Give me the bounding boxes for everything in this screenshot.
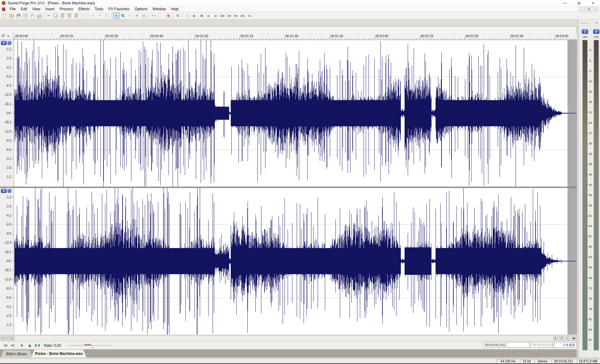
loop-playback-button[interactable]: ↻ (174, 13, 181, 19)
zoom-in-time-button[interactable]: + (559, 336, 564, 341)
rate-slider-handle[interactable]: ◀◆◆▶ (84, 343, 91, 346)
playbar-go-to-end-button[interactable]: ▶| (9, 342, 17, 348)
pause-icon: ▮▮ (200, 14, 202, 17)
meter-grip-icon[interactable]: •••••• (581, 22, 587, 24)
menu-process[interactable]: Process (57, 6, 76, 12)
pencil-tool-icon: ✎ (129, 14, 131, 18)
scroll-right-button[interactable]: > (553, 336, 558, 341)
zoom-in-time-left-button[interactable]: + (1, 336, 5, 341)
magnify-tool-button[interactable] (120, 13, 127, 19)
go-to-end-button[interactable]: ▶| (246, 13, 253, 19)
envelope-tool-button[interactable]: ≈ (134, 13, 140, 19)
meter-scale-label: 39 (587, 173, 594, 176)
paste-to-new-button[interactable] (73, 13, 80, 19)
meter-channel1-badge[interactable]: 1 (582, 29, 588, 34)
cut-button[interactable]: ✂ (45, 13, 52, 19)
channel2-badge[interactable]: 2 (1, 189, 7, 193)
restore-button[interactable]: ⧉ (572, 0, 586, 6)
mdi-close-button[interactable]: × (593, 7, 599, 12)
cursor-position-box[interactable]: 00:03:05,011 (483, 342, 505, 348)
playbar-stop-button[interactable]: ■ (18, 342, 25, 348)
properties-button[interactable]: ? (22, 13, 29, 19)
new-file-button[interactable] (1, 13, 8, 19)
mdi-restore-button[interactable]: ⧉ (586, 7, 592, 12)
menu-edit[interactable]: Edit (18, 6, 30, 12)
scroll-left-button[interactable]: < (10, 336, 14, 341)
rewind-button[interactable]: ◀◀ (225, 13, 232, 19)
save-button[interactable] (15, 13, 22, 19)
envelope-tool-icon: ≈ (136, 13, 138, 18)
playbar-scrub-button[interactable] (34, 342, 41, 348)
forward-button[interactable]: ▶▶ (232, 13, 239, 19)
menu-view[interactable]: View (30, 6, 43, 12)
whats-this-help-button[interactable]: ↖? (150, 13, 157, 19)
pause-button[interactable]: ▮▮ (198, 13, 205, 19)
menu-window[interactable]: Window (150, 6, 169, 12)
open-icon (9, 15, 14, 18)
channel2-waveform-area[interactable] (14, 188, 577, 335)
db-scale-label: -8,5 (6, 139, 11, 142)
meter-channel2-bar[interactable] (594, 40, 599, 350)
print-button[interactable] (36, 13, 43, 19)
zoom-out-time-button[interactable]: − (565, 336, 570, 341)
channel1-waveform-area[interactable] (14, 40, 577, 187)
cut-icon: ✂ (47, 14, 50, 18)
scrub-icon (35, 344, 40, 347)
channel2-collapse-button[interactable]: — (8, 189, 11, 193)
event-tool-button[interactable]: ◫ (140, 13, 147, 19)
waveform-canvas-2[interactable] (14, 188, 577, 335)
play-all-button[interactable]: ▷ (184, 13, 191, 19)
meter-scale-label: 9 (587, 69, 594, 73)
selection-start-box[interactable] (507, 342, 530, 348)
horizontal-scrollbar[interactable]: +−<>+−◀▶ (0, 335, 577, 341)
db-scale-label: -12,0 (4, 93, 11, 96)
previous-marker-button[interactable]: |◀◀ (219, 13, 225, 19)
record-button[interactable] (165, 13, 172, 19)
tab-billie-s-blues[interactable]: Billie's Blues (1, 350, 33, 357)
channel1-collapse-button[interactable]: — (8, 41, 11, 45)
edit-tool-button[interactable]: ∿ (113, 13, 120, 19)
menu-insert[interactable]: Insert (43, 6, 57, 12)
redo-button[interactable]: ↷ (96, 13, 103, 19)
paste-button[interactable] (59, 13, 66, 19)
zoom-out-time-left-button[interactable]: − (5, 336, 10, 341)
save-as-button[interactable] (29, 13, 36, 19)
repeat-button[interactable]: ↻ (103, 13, 110, 19)
undo-button[interactable]: ↶ (89, 13, 96, 19)
toolbar-separator (158, 13, 159, 18)
menu-help[interactable]: Help (169, 6, 181, 12)
meter-channel2-badge[interactable]: 2 (593, 29, 599, 34)
channel1-badge[interactable]: 1 (1, 41, 7, 45)
ruler-time-label: 00:00:30 (105, 34, 118, 38)
playbar-go-to-start-button[interactable]: |◀ (2, 342, 9, 348)
mdi-minimize-button[interactable]: — (579, 7, 585, 12)
menu-fx-favorites[interactable]: FX Favorites (106, 6, 132, 12)
menu-effects[interactable]: Effects (76, 6, 92, 12)
open-button[interactable] (8, 13, 15, 19)
marker-bar[interactable] (0, 26, 577, 33)
selection-end-box[interactable]: 00:00:00,010 (531, 342, 553, 348)
play-button[interactable]: ▶ (191, 13, 198, 19)
meter-close-icon[interactable]: × (594, 21, 599, 25)
menu-file[interactable]: File (7, 6, 18, 12)
paste-special-button[interactable] (66, 13, 73, 19)
close-button[interactable]: × (586, 0, 600, 6)
stop-button[interactable]: ■ (205, 13, 212, 19)
window-controls: —⧉× (558, 0, 600, 6)
trim-crop-button[interactable] (80, 13, 87, 19)
menu-options[interactable]: Options (132, 6, 150, 12)
next-marker-button[interactable]: ▶▶| (239, 13, 246, 19)
rewind-icon: ◀◀ (227, 14, 230, 17)
pencil-tool-button[interactable]: ✎ (127, 13, 134, 19)
minimize-button[interactable]: — (558, 0, 572, 6)
go-to-start-button[interactable]: |◀ (212, 13, 219, 19)
play-icon: ▶ (193, 14, 196, 18)
zoom-selection-button[interactable]: ◀▶ (571, 336, 577, 341)
copy-button[interactable] (52, 13, 59, 19)
tab-pixies-bone-machine-wav[interactable]: Pixies - Bone Machine.wav (31, 350, 86, 357)
time-ruler[interactable]: 00:00:0000:00:1500:00:3000:00:4500:01:00… (14, 33, 577, 40)
zoom-ratio-box[interactable]: 1:4 623 (554, 342, 577, 348)
waveform-canvas-1[interactable] (14, 40, 577, 187)
menu-tools[interactable]: Tools (92, 6, 106, 12)
playbar-play-button[interactable]: ▶ (27, 342, 34, 348)
